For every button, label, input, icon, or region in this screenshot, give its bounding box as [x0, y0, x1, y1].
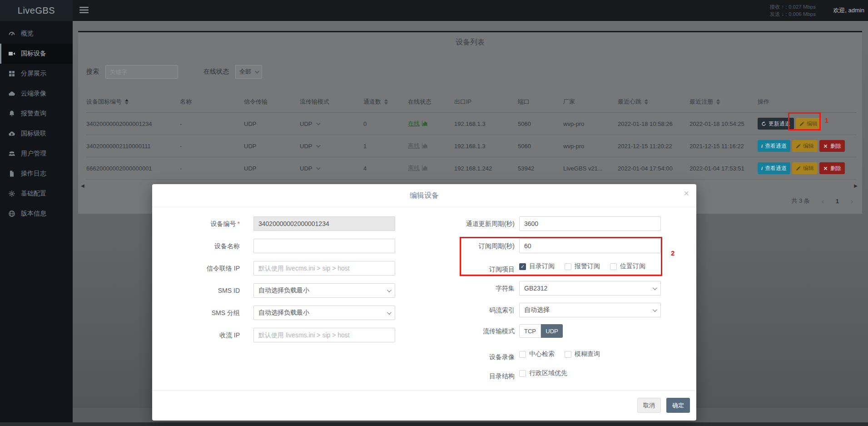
- column-header-label: 最近注册: [689, 98, 713, 106]
- search-input[interactable]: [105, 65, 178, 79]
- stream-mode-dropdown[interactable]: UDP: [300, 165, 319, 172]
- subscribe-items-label: 订阅项目: [433, 265, 515, 273]
- menu-toggle-icon[interactable]: [79, 6, 89, 15]
- device-name-field[interactable]: [253, 239, 395, 253]
- sidebar-item-alarm-query[interactable]: 报警查询: [0, 104, 73, 124]
- vendor-cell: LiveGBS v21...: [563, 165, 618, 172]
- sort-icon[interactable]: [384, 99, 388, 105]
- info-icon: i: [761, 143, 763, 149]
- column-header-5[interactable]: 通道数: [363, 98, 408, 106]
- sidebar-item-split-screen[interactable]: 分屏展示: [0, 64, 73, 84]
- edit-device-modal: 编辑设备 × 设备编号* 设备名称 信令联络 IP SMS ID 自动选择负载最…: [152, 184, 696, 421]
- stream-mode-dropdown[interactable]: UDP: [300, 120, 319, 127]
- edit-button[interactable]: 编辑: [792, 140, 818, 152]
- online-status-cell[interactable]: 离线: [408, 164, 454, 172]
- sidebar-item-user-management[interactable]: 用户管理: [0, 144, 73, 164]
- status-link[interactable]: 在线: [408, 120, 428, 128]
- signal-transport-cell: UDP: [244, 120, 300, 127]
- sidebar-item-label: 版本信息: [21, 210, 46, 218]
- scroll-right-icon[interactable]: ▶: [854, 183, 858, 188]
- sort-asc-caret: [384, 99, 388, 101]
- table-row: 34020000002000001234-UDPUDP0在线192.168.1.…: [86, 113, 857, 135]
- sort-icon[interactable]: [645, 99, 648, 105]
- channel-count-cell: 0: [363, 120, 408, 127]
- stream-mode-dropdown[interactable]: UDP: [300, 143, 319, 150]
- recv-stream-ip-field[interactable]: [253, 328, 395, 342]
- sidebar-item-version-info[interactable]: 版本信息: [0, 204, 73, 224]
- confirm-button[interactable]: 确定: [666, 398, 690, 413]
- device-name-cell: -: [180, 120, 244, 127]
- scroll-left-icon[interactable]: ◀: [81, 183, 84, 188]
- users-icon: [8, 150, 15, 157]
- sms-group-select[interactable]: 自动选择负载最小: [253, 306, 395, 320]
- catalog-structure-checkbox-0[interactable]: [519, 370, 526, 377]
- sort-desc-caret: [125, 102, 129, 105]
- chevron-down-icon: [316, 165, 321, 170]
- online-status-cell[interactable]: 在线: [408, 120, 454, 128]
- column-header-10[interactable]: 最近心跳: [618, 98, 689, 106]
- sidebar-item-operation-log[interactable]: 操作日志: [0, 164, 73, 184]
- device-id-label: 设备编号*: [158, 220, 240, 228]
- edit-button[interactable]: 编辑: [796, 118, 821, 130]
- view-channels-button[interactable]: i查看通道: [758, 140, 790, 152]
- stream-mode-cell[interactable]: UDP: [300, 120, 363, 127]
- sort-asc-caret: [125, 99, 129, 101]
- column-header-3: 信令传输: [244, 98, 300, 106]
- column-header-7: 出口IP: [454, 98, 518, 106]
- stream-mode-value: UDP: [300, 143, 312, 150]
- stream-mode-cell[interactable]: UDP: [300, 165, 363, 172]
- online-status-select[interactable]: 全部: [235, 65, 262, 79]
- status-link[interactable]: 离线: [408, 164, 428, 172]
- udp-option[interactable]: UDP: [541, 324, 563, 338]
- stream-mode-value: UDP: [300, 165, 312, 172]
- sidebar-item-gb-cascade[interactable]: 国标级联: [0, 124, 73, 144]
- current-page[interactable]: 1: [836, 198, 839, 205]
- sidebar-item-overview[interactable]: 概览: [0, 24, 73, 44]
- sidebar-item-label: 用户管理: [21, 150, 46, 158]
- sms-id-select[interactable]: 自动选择负载最小: [253, 283, 395, 298]
- annotation-number-1: 1: [825, 116, 828, 124]
- sip-contact-ip-field[interactable]: [253, 261, 395, 276]
- sort-icon[interactable]: [716, 99, 720, 105]
- status-link[interactable]: 离线: [408, 142, 428, 150]
- column-header-label: 出口IP: [454, 98, 471, 106]
- column-header-11[interactable]: 最近注册: [689, 98, 758, 106]
- delete-button[interactable]: 删除: [819, 140, 845, 152]
- welcome-user[interactable]: 欢迎, admin: [833, 0, 864, 21]
- subscribe-items-checkbox-1[interactable]: [565, 263, 571, 270]
- chevron-down-icon: [387, 288, 392, 292]
- column-header-1[interactable]: 设备国标编号: [86, 98, 180, 106]
- cancel-button[interactable]: 取消: [637, 398, 661, 413]
- refresh-channels-button[interactable]: 更新通道: [758, 118, 794, 130]
- action-button-label: 更新通道: [769, 120, 790, 128]
- online-status-cell[interactable]: 离线: [408, 142, 454, 150]
- subscribe-period-field[interactable]: [519, 239, 661, 253]
- delete-button[interactable]: 删除: [819, 162, 845, 174]
- channel-update-period-field[interactable]: [519, 216, 661, 231]
- dashboard-icon: [8, 30, 15, 37]
- next-page-button[interactable]: ›: [851, 197, 853, 205]
- device-record-checkbox-0[interactable]: [519, 351, 526, 358]
- tcp-option[interactable]: TCP: [519, 324, 541, 338]
- stream-mode-toggle: TCP UDP: [519, 324, 563, 338]
- stream-mode-cell[interactable]: UDP: [300, 143, 363, 150]
- close-icon[interactable]: ×: [684, 189, 689, 198]
- chevron-down-icon: [316, 143, 321, 148]
- view-channels-button[interactable]: i查看通道: [758, 162, 790, 174]
- sidebar-item-gb-devices[interactable]: 国标设备: [0, 44, 73, 64]
- sidebar-item-basic-config[interactable]: 基础配置: [0, 184, 73, 204]
- prev-page-button[interactable]: ‹: [822, 197, 824, 205]
- subscribe-items-checkbox-0[interactable]: ✓: [519, 263, 526, 270]
- stream-index-select[interactable]: 自动选择: [519, 303, 661, 317]
- sidebar-item-cloud-recording[interactable]: 云端录像: [0, 84, 73, 104]
- subscribe-items-checkbox-2[interactable]: [610, 263, 617, 270]
- charset-select[interactable]: GB2312: [519, 281, 661, 296]
- device-record-checkbox-1[interactable]: [565, 351, 571, 358]
- sort-icon[interactable]: [125, 99, 129, 105]
- sidebar-nav: 概览国标设备分屏展示云端录像报警查询国标级联用户管理操作日志基础配置版本信息: [0, 21, 73, 224]
- edit-button[interactable]: 编辑: [792, 162, 818, 174]
- checkbox-label: 位置订阅: [620, 262, 645, 271]
- chevron-down-icon: [255, 69, 259, 74]
- port-cell: 5060: [518, 143, 563, 150]
- delete-icon: [823, 166, 828, 171]
